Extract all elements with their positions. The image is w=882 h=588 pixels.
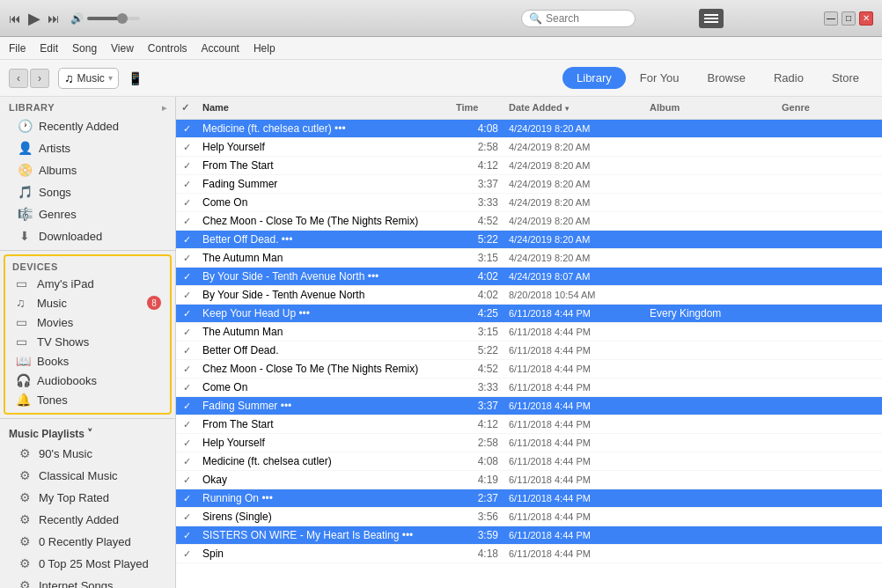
track-name: Okay (197, 474, 451, 486)
sidebar-item-albums[interactable]: 📀 Albums (4, 159, 172, 180)
track-check: ✓ (176, 271, 197, 283)
table-row[interactable]: ✓ Chez Moon - Close To Me (The Nights Re… (176, 212, 882, 231)
menu-item-file[interactable]: File (9, 42, 26, 55)
table-row[interactable]: ✓ The Autumn Man 3:15 6/11/2018 4:44 PM (176, 323, 882, 342)
table-row[interactable]: ✓ Fading Summer ••• 3:37 6/11/2018 4:44 … (176, 397, 882, 415)
table-row[interactable]: ✓ Medicine (ft. chelsea cutler) ••• 4:08… (176, 120, 882, 138)
play-button[interactable]: ▶ (28, 9, 40, 28)
table-row[interactable]: ✓ Come On 3:33 4/24/2019 8:20 AM (176, 194, 882, 212)
tones-icon: 🔔 (16, 393, 32, 407)
menu-item-view[interactable]: View (111, 42, 134, 55)
table-row[interactable]: ✓ Help Yourself 2:58 4/24/2019 8:20 AM (176, 138, 882, 157)
table-row[interactable]: ✓ Running On ••• 2:37 6/11/2018 4:44 PM (176, 489, 882, 508)
sidebar-item-device-music[interactable]: ♫ Music 8 (5, 293, 170, 312)
track-name: Medicine (ft. chelsea cutler) ••• (197, 122, 451, 135)
gear-icon-2: ⚙ (18, 468, 32, 482)
time-column[interactable]: Time (451, 100, 503, 115)
back-button[interactable]: ‹ (9, 69, 28, 88)
table-row[interactable]: ✓ SISTERS ON WIRE - My Heart Is Beating … (176, 526, 882, 545)
sidebar-item-top-25[interactable]: ⚙ 0 Top 25 Most Played (4, 553, 172, 574)
sidebar-item-recently-added[interactable]: 🕐 Recently Added (4, 115, 172, 136)
maximize-button[interactable]: □ (842, 11, 856, 26)
close-button[interactable]: ✕ (859, 11, 873, 26)
track-name: Help Yourself (197, 437, 451, 449)
table-row[interactable]: ✓ Come On 3:33 6/11/2018 4:44 PM (176, 379, 882, 397)
device-icon[interactable]: 📱 (128, 71, 143, 85)
table-row[interactable]: ✓ By Your Side - Tenth Avenue North 4:02… (176, 286, 882, 305)
menu-item-help[interactable]: Help (254, 42, 276, 55)
sidebar-item-books[interactable]: 📖 Books (5, 351, 170, 371)
tab-for-you[interactable]: For You (626, 67, 694, 89)
album-column[interactable]: Album (644, 100, 776, 115)
sidebar-item-classical[interactable]: ⚙ Classical Music (4, 465, 172, 486)
list-view-icon[interactable] (699, 9, 724, 28)
genre-column[interactable]: Genre (776, 100, 882, 115)
sidebar-item-internet-songs[interactable]: ⚙ Internet Songs (4, 575, 172, 588)
table-row[interactable]: ✓ From The Start 4:12 4/24/2019 8:20 AM (176, 157, 882, 175)
table-row[interactable]: ✓ Keep Your Head Up ••• 4:25 6/11/2018 4… (176, 305, 882, 323)
tab-library[interactable]: Library (562, 67, 626, 89)
tab-browse[interactable]: Browse (694, 67, 760, 89)
volume-slider[interactable] (87, 17, 140, 20)
movies-icon: ▭ (16, 315, 32, 329)
next-button[interactable]: ⏭ (48, 11, 60, 26)
table-row[interactable]: ✓ Chez Moon - Close To Me (The Nights Re… (176, 360, 882, 379)
minimize-button[interactable]: — (824, 11, 838, 26)
table-row[interactable]: ✓ Help Yourself 2:58 6/11/2018 4:44 PM (176, 434, 882, 452)
track-duration: 5:22 (451, 233, 503, 246)
date-column[interactable]: Date Added ▾ (503, 100, 644, 115)
table-row[interactable]: ✓ From The Start 4:12 6/11/2018 4:44 PM (176, 415, 882, 434)
artists-label: Artists (39, 142, 70, 155)
navbar: ‹ › ♫ Music ▾ 📱 LibraryFor YouBrowseRadi… (0, 60, 882, 97)
sidebar-item-audiobooks[interactable]: 🎧 Audiobooks (5, 371, 170, 390)
sidebar-item-downloaded[interactable]: ⬇ Downloaded (4, 225, 172, 246)
sidebar-item-artists[interactable]: 👤 Artists (4, 137, 172, 158)
sidebar-item-tones[interactable]: 🔔 Tones (5, 390, 170, 409)
forward-button[interactable]: › (30, 69, 49, 88)
sidebar-item-recently-added-playlist[interactable]: ⚙ Recently Added (4, 509, 172, 530)
table-row[interactable]: ✓ Fading Summer 3:37 4/24/2019 8:20 AM (176, 175, 882, 194)
search-box: 🔍 (521, 10, 636, 27)
track-check: ✓ (176, 179, 197, 190)
table-row[interactable]: ✓ Sirens (Single) 3:56 6/11/2018 4:44 PM (176, 508, 882, 526)
table-row[interactable]: ✓ Okay 4:19 6/11/2018 4:44 PM (176, 471, 882, 489)
movies-label: Movies (37, 316, 73, 329)
track-name: From The Start (197, 418, 451, 430)
tones-label: Tones (37, 393, 68, 407)
track-duration: 2:37 (451, 492, 503, 504)
tab-store[interactable]: Store (818, 67, 873, 89)
menu-item-edit[interactable]: Edit (40, 42, 58, 55)
track-table[interactable]: ✓ Name Time Date Added ▾ Album Genre ✓ M… (176, 97, 882, 588)
track-date: 4/24/2019 8:20 AM (503, 216, 644, 226)
sidebar-item-songs[interactable]: 🎵 Songs (4, 181, 172, 202)
menu-item-song[interactable]: Song (72, 42, 97, 55)
name-column[interactable]: Name (197, 100, 451, 115)
sidebar-item-90s-music[interactable]: ⚙ 90's Music (4, 443, 172, 464)
sidebar-item-genres[interactable]: 🎼 Genres (4, 203, 172, 224)
track-duration: 3:15 (451, 252, 503, 264)
check-column[interactable]: ✓ (176, 100, 197, 115)
sidebar-item-recently-played[interactable]: ⚙ 0 Recently Played (4, 531, 172, 552)
table-row[interactable]: ✓ Better Off Dead. ••• 5:22 4/24/2019 8:… (176, 231, 882, 249)
table-header: ✓ Name Time Date Added ▾ Album Genre (176, 97, 882, 120)
source-name: Music (77, 72, 105, 85)
prev-button[interactable]: ⏮ (9, 11, 21, 26)
sidebar-item-amys-ipad[interactable]: ▭ Amy's iPad (5, 274, 170, 293)
table-row[interactable]: ✓ The Autumn Man 3:15 4/24/2019 8:20 AM (176, 249, 882, 268)
track-name: By Your Side - Tenth Avenue North ••• (197, 270, 451, 283)
menu-item-account[interactable]: Account (202, 42, 239, 55)
library-toggle[interactable]: ▸ (162, 103, 167, 113)
table-row[interactable]: ✓ Medicine (ft. chelsea cutler) 4:08 6/1… (176, 452, 882, 471)
track-name: Help Yourself (197, 141, 451, 153)
sidebar-item-top-rated[interactable]: ⚙ My Top Rated (4, 487, 172, 508)
table-row[interactable]: ✓ Better Off Dead. 5:22 6/11/2018 4:44 P… (176, 342, 882, 360)
sidebar-item-tv-shows[interactable]: ▭ TV Shows (5, 332, 170, 351)
table-row[interactable]: ✓ By Your Side - Tenth Avenue North ••• … (176, 268, 882, 286)
search-input[interactable] (546, 12, 628, 25)
sidebar-item-movies[interactable]: ▭ Movies (5, 312, 170, 332)
playlists-section-header[interactable]: Music Playlists ˅ (0, 423, 175, 442)
table-row[interactable]: ✓ Spin 4:18 6/11/2018 4:44 PM (176, 545, 882, 563)
tab-radio[interactable]: Radio (760, 67, 818, 89)
source-selector[interactable]: ♫ Music ▾ (58, 68, 119, 89)
menu-item-controls[interactable]: Controls (148, 42, 187, 55)
